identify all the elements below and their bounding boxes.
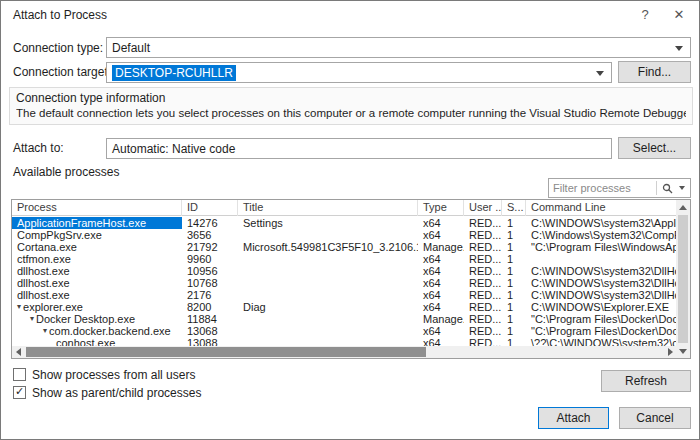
table-cell: Settings	[238, 217, 418, 229]
scroll-up-icon[interactable]	[676, 200, 690, 214]
process-name-cell: ▾Docker Desktop.exe	[12, 313, 182, 325]
column-header-id[interactable]: ID	[182, 200, 238, 216]
column-header-process[interactable]: Process	[12, 200, 182, 216]
vertical-scrollbar-thumb[interactable]	[678, 215, 688, 343]
table-cell: 8200	[182, 301, 238, 313]
table-cell	[238, 325, 418, 337]
table-row[interactable]: ▾com.docker.backend.exe13068x64RED...1"C…	[12, 325, 676, 337]
process-table: Process ID Title Type User ... S... Comm…	[11, 199, 691, 359]
filter-input[interactable]	[549, 182, 656, 194]
scroll-down-icon[interactable]	[676, 344, 690, 358]
process-name-cell: dllhost.exe	[12, 289, 182, 301]
table-row[interactable]: dllhost.exe2176x64RED...1C:\WINDOWS\syst…	[12, 289, 676, 301]
connection-target-combo[interactable]: DESKTOP-RCUHLLR	[106, 62, 612, 83]
table-cell: x64	[418, 325, 464, 337]
show-all-users-checkbox-row[interactable]: Show processes from all users	[13, 367, 195, 382]
find-button[interactable]: Find...	[618, 61, 691, 83]
process-name-cell: ApplicationFrameHost.exe	[12, 217, 182, 229]
tree-expander-icon[interactable]: ▾	[43, 325, 47, 337]
attach-button[interactable]: Attach	[538, 407, 609, 429]
process-name-cell: dllhost.exe	[12, 277, 182, 289]
table-cell: Manage...	[418, 241, 464, 253]
table-cell	[526, 253, 676, 265]
help-icon[interactable]: ?	[629, 1, 661, 29]
scroll-right-icon[interactable]	[664, 346, 676, 358]
table-row[interactable]: conhost.exe13088x64RED...1\??\C:\WINDOWS…	[12, 337, 676, 346]
tree-expander-icon[interactable]: ▾	[30, 313, 34, 325]
table-cell	[238, 253, 418, 265]
checkbox-unchecked-icon[interactable]	[13, 368, 26, 381]
close-icon[interactable]: ✕	[663, 1, 695, 29]
table-row[interactable]: Cortana.exe21792Microsoft.549981C3F5F10_…	[12, 241, 676, 253]
process-name-cell: CompPkgSrv.exe	[12, 229, 182, 241]
column-header-session[interactable]: S...	[502, 200, 526, 216]
dialog-title: Attach to Process	[13, 1, 107, 29]
column-header-command-line[interactable]: Command Line	[526, 200, 676, 216]
chevron-down-icon[interactable]	[679, 186, 685, 190]
connection-target-label: Connection target:	[13, 65, 111, 79]
cancel-button[interactable]: Cancel	[619, 407, 691, 429]
attach-to-label: Attach to:	[13, 141, 64, 155]
connection-info-group: Connection type information The default …	[9, 87, 693, 125]
column-header-title[interactable]: Title	[238, 200, 418, 216]
process-name-cell: dllhost.exe	[12, 265, 182, 277]
process-name-cell: ctfmon.exe	[12, 253, 182, 265]
table-row[interactable]: dllhost.exe10956x64RED...1C:\WINDOWS\sys…	[12, 265, 676, 277]
table-cell: 1	[502, 217, 526, 229]
table-cell: 10956	[182, 265, 238, 277]
table-cell: 1	[502, 277, 526, 289]
table-cell: 1	[502, 313, 526, 325]
column-header-type[interactable]: Type	[418, 200, 464, 216]
table-cell: 9960	[182, 253, 238, 265]
table-row[interactable]: ctfmon.exe9960x64RED...1	[12, 253, 676, 265]
table-row[interactable]: ApplicationFrameHost.exe14276Settingsx64…	[12, 217, 676, 229]
table-cell: \??\C:\WINDOWS\system32\conhost.exe 0x..…	[526, 337, 676, 346]
table-cell: x64	[418, 217, 464, 229]
available-processes-label: Available processes	[13, 165, 120, 179]
connection-info-text: The default connection lets you select p…	[16, 107, 686, 119]
titlebar: Attach to Process ? ✕	[1, 1, 699, 29]
table-cell: x64	[418, 277, 464, 289]
scroll-left-icon[interactable]	[12, 346, 24, 358]
horizontal-scrollbar[interactable]	[12, 346, 676, 358]
search-icon[interactable]	[657, 179, 677, 197]
column-header-user[interactable]: User ...	[464, 200, 502, 216]
table-row[interactable]: ▾explorer.exe8200Diagx64RED...1C:\WINDOW…	[12, 301, 676, 313]
show-parent-child-checkbox-row[interactable]: Show as parent/child processes	[13, 385, 201, 400]
table-cell: RED...	[464, 277, 502, 289]
table-cell	[238, 265, 418, 277]
table-cell: 1	[502, 253, 526, 265]
table-cell: 13088	[182, 337, 238, 346]
table-cell	[238, 337, 418, 346]
table-cell: x64	[418, 301, 464, 313]
table-cell: 1	[502, 289, 526, 301]
table-row[interactable]: CompPkgSrv.exe3656x64RED...1C:\Windows\S…	[12, 229, 676, 241]
table-row[interactable]: ▾Docker Desktop.exe11884Manage...RED...1…	[12, 313, 676, 325]
table-cell: RED...	[464, 325, 502, 337]
table-cell: Microsoft.549981C3F5F10_3.2106.14307.0_x…	[238, 241, 418, 253]
table-cell: Diag	[238, 301, 418, 313]
tree-expander-icon[interactable]: ▾	[17, 301, 21, 313]
table-cell: x64	[418, 337, 464, 346]
table-cell: RED...	[464, 217, 502, 229]
table-row[interactable]: dllhost.exe10768x64RED...1C:\WINDOWS\sys…	[12, 277, 676, 289]
refresh-button[interactable]: Refresh	[601, 370, 691, 392]
table-header: Process ID Title Type User ... S... Comm…	[12, 200, 676, 216]
filter-box	[548, 178, 691, 198]
table-cell: RED...	[464, 313, 502, 325]
horizontal-scrollbar-thumb[interactable]	[26, 347, 426, 357]
table-cell: x64	[418, 253, 464, 265]
table-cell: Manage...	[418, 313, 464, 325]
connection-type-select[interactable]: Default	[106, 37, 691, 58]
checkbox-checked-icon[interactable]	[13, 386, 26, 399]
table-cell: C:\WINDOWS\system32\DllHost.exe /Proce..…	[526, 289, 676, 301]
table-cell: x64	[418, 289, 464, 301]
table-cell: 1	[502, 337, 526, 346]
attach-to-field[interactable]: Automatic: Native code	[106, 138, 612, 159]
table-cell: C:\Windows\System32\CompPkgSrv.exe -E...	[526, 229, 676, 241]
table-cell: C:\WINDOWS\system32\DllHost.exe /Proce..…	[526, 277, 676, 289]
process-name-cell: Cortana.exe	[12, 241, 182, 253]
attach-to-value: Automatic: Native code	[112, 142, 235, 156]
select-button[interactable]: Select...	[618, 137, 691, 159]
vertical-scrollbar[interactable]	[676, 200, 690, 358]
